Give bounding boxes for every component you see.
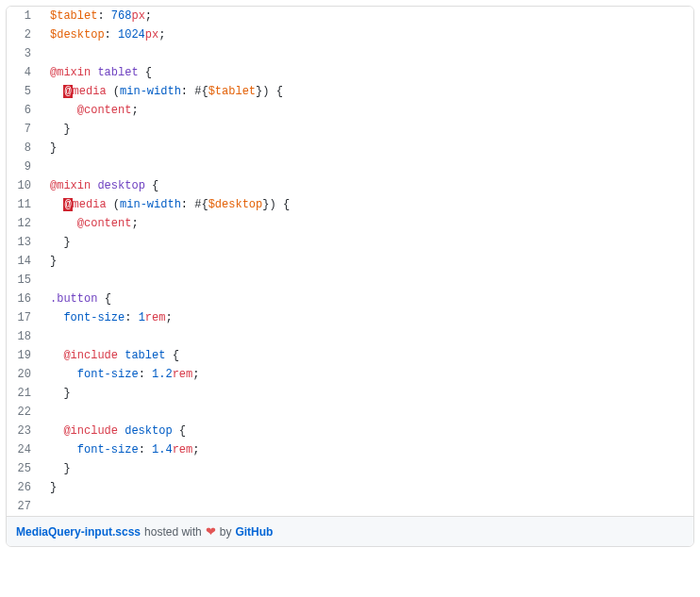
line-number[interactable]: 5 (7, 82, 41, 101)
code-line: 16.button { (7, 290, 693, 308)
line-number[interactable]: 20 (7, 365, 41, 384)
line-number[interactable]: 7 (7, 120, 41, 139)
code-line: 13 } (7, 233, 693, 252)
line-number[interactable]: 27 (7, 497, 41, 516)
code-token: @content (77, 217, 132, 230)
code-token: : (105, 28, 118, 41)
code-content: @mixin desktop { (41, 176, 158, 195)
code-line: 10@mixin desktop { (7, 176, 693, 195)
code-content: font-size: 1.2rem; (41, 365, 199, 384)
line-number[interactable]: 10 (7, 176, 41, 195)
code-line: 12 @content; (7, 214, 693, 233)
line-number[interactable]: 2 (7, 25, 41, 44)
code-token: media (73, 198, 107, 211)
code-line: 26} (7, 478, 693, 497)
code-line: 4@mixin tablet { (7, 63, 693, 82)
code-token: } (50, 255, 57, 268)
line-number[interactable]: 23 (7, 422, 41, 440)
code-token: ; (165, 311, 172, 324)
code-token: min-width (120, 85, 181, 98)
code-token: } (63, 236, 70, 249)
github-link[interactable]: GitHub (235, 525, 273, 539)
code-token: rem (173, 368, 193, 381)
line-number[interactable]: 1 (7, 7, 41, 25)
code-token: : (181, 85, 194, 98)
filename-link[interactable]: MediaQuery-input.scss (16, 525, 141, 539)
code-content: @include desktop { (41, 422, 186, 440)
code-line: 19 @include tablet { (7, 346, 693, 365)
code-token: { (145, 66, 152, 79)
line-number[interactable]: 17 (7, 308, 41, 327)
line-number[interactable]: 6 (7, 101, 41, 120)
code-token: 1.2 (152, 368, 173, 381)
code-token: ; (131, 217, 138, 230)
line-number[interactable]: 24 (7, 440, 41, 459)
code-content: @mixin tablet { (41, 63, 152, 82)
line-number[interactable]: 3 (7, 44, 41, 63)
line-number[interactable]: 25 (7, 459, 41, 478)
code-line: 7 } (7, 120, 693, 139)
code-token: $tablet (50, 9, 97, 23)
code-token: : (139, 443, 152, 456)
code-content: font-size: 1.4rem; (41, 440, 199, 459)
line-number[interactable]: 16 (7, 290, 41, 308)
line-number[interactable]: 22 (7, 403, 41, 422)
code-token: px (145, 28, 158, 41)
code-line: 22 (7, 403, 693, 422)
code-token: tablet (125, 349, 165, 362)
line-number[interactable]: 26 (7, 478, 41, 497)
code-token: font-size (63, 311, 125, 324)
code-line: 3 (7, 44, 693, 63)
code-token: } (63, 462, 70, 475)
line-number[interactable]: 11 (7, 195, 41, 214)
line-number[interactable]: 18 (7, 327, 41, 346)
line-number[interactable]: 12 (7, 214, 41, 233)
code-token (50, 85, 63, 98)
line-number[interactable]: 4 (7, 63, 41, 82)
code-token (50, 104, 77, 117)
code-token: { (173, 349, 179, 362)
code-token: @include (63, 424, 118, 438)
code-token (50, 198, 63, 211)
line-number[interactable]: 19 (7, 346, 41, 365)
code-line: 17 font-size: 1rem; (7, 308, 693, 327)
code-content: $desktop: 1024px; (41, 25, 165, 44)
code-line: 1$tablet: 768px; (7, 7, 693, 25)
code-content (41, 44, 50, 63)
gist-container: 1$tablet: 768px;2$desktop: 1024px;34@mix… (6, 6, 694, 547)
line-number[interactable]: 8 (7, 139, 41, 158)
code-content (41, 403, 50, 422)
code-content: @media (min-width: #{$tablet}) { (41, 82, 283, 101)
footer-by-text: by (220, 525, 232, 539)
code-content: @content; (41, 214, 139, 233)
code-token: 1.4 (152, 443, 173, 456)
code-token (50, 236, 63, 249)
line-number[interactable]: 13 (7, 233, 41, 252)
code-token: desktop (97, 179, 144, 192)
code-token: : (97, 9, 110, 23)
line-number[interactable]: 14 (7, 252, 41, 271)
code-token: #{ (194, 85, 208, 98)
line-number[interactable]: 9 (7, 158, 41, 176)
code-content: font-size: 1rem; (41, 308, 173, 327)
code-token: { (276, 85, 283, 98)
code-token: : (181, 198, 194, 211)
code-token (139, 66, 145, 79)
code-token: ) (269, 198, 282, 211)
code-line: 24 font-size: 1.4rem; (7, 440, 693, 459)
code-token: ; (192, 368, 199, 381)
code-token: @include (63, 349, 118, 362)
code-token (50, 368, 77, 381)
code-token: px (131, 9, 144, 23)
code-token: font-size (77, 443, 139, 456)
code-content (41, 158, 50, 176)
code-token: media (73, 85, 107, 98)
code-content: } (41, 233, 71, 252)
line-number[interactable]: 15 (7, 271, 41, 290)
code-token: rem (145, 311, 166, 324)
code-token (50, 387, 63, 400)
heart-icon: ❤ (206, 524, 216, 539)
line-number[interactable]: 21 (7, 384, 41, 403)
code-token (50, 424, 63, 438)
code-token: } (63, 123, 70, 136)
